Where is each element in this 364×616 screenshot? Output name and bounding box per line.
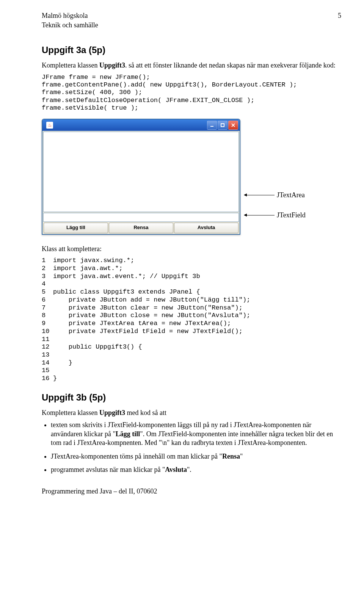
heading-3b: Uppgift 3b (5p) (42, 392, 341, 403)
code-line: 1import javax.swing.*; (42, 257, 341, 265)
intro-3b-suf: med kod så att (125, 409, 166, 416)
add-button[interactable]: Lägg till (44, 223, 108, 233)
intro-3a-suf: . så att ett fönster liknande det nedan … (125, 61, 336, 69)
close-button[interactable] (228, 121, 238, 130)
footer: Programmering med Java – del II, 070602 (42, 487, 341, 496)
code-text: import java.awt.*; (53, 265, 123, 273)
swing-window: ♨ Lägg till Rensa Avsluta (42, 119, 240, 234)
list-item: programmet avslutas när man klickar på "… (51, 465, 341, 474)
line-number: 8 (42, 312, 53, 320)
code-line: 13 (42, 351, 341, 359)
header-institution: Malmö högskola (42, 11, 88, 20)
code-line: 12 public Uppgift3() { (42, 343, 341, 351)
code-text: public class Uppgift3 extends JPanel { (53, 288, 200, 296)
java-icon: ♨ (46, 122, 53, 129)
line-number: 13 (42, 351, 53, 359)
titlebar: ♨ (42, 119, 240, 131)
figure-swing-window: ♨ Lägg till Rensa Avsluta JTextArea JTex… (42, 119, 341, 234)
code-text: private JButton close = new JButton("Avs… (53, 312, 250, 320)
code-text: private JButton clear = new JButton("Ren… (53, 304, 243, 312)
line-number: 5 (42, 288, 53, 296)
code-line: 15 (42, 367, 341, 375)
line-number: 9 (42, 320, 53, 328)
code-line: 9 private JTextArea tArea = new JTextAre… (42, 320, 341, 328)
line-number: 15 (42, 367, 53, 375)
line-number: 4 (42, 280, 53, 288)
svg-rect-1 (221, 124, 224, 127)
line-number: 12 (42, 343, 53, 351)
code-text: private JTextArea tArea = new JTextArea(… (53, 320, 231, 328)
arrow-icon (244, 195, 275, 195)
code-line: 14 } (42, 359, 341, 367)
line-number: 14 (42, 359, 53, 367)
code-text: } (53, 375, 57, 383)
listing-caption: Klass att komplettera: (42, 245, 341, 253)
code-snippet-3a: JFrame frame = new JFrame(); frame.getCo… (42, 74, 341, 112)
intro-3b: Komplettera klassen Uppgift3 med kod så … (42, 409, 341, 417)
intro-3a-bold: Uppgift3 (99, 61, 125, 69)
code-line: 5public class Uppgift3 extends JPanel { (42, 288, 341, 296)
heading-3a: Uppgift 3a (5p) (42, 44, 341, 56)
annotation-textfield: JTextField (277, 211, 306, 220)
line-number: 7 (42, 304, 53, 312)
line-number: 16 (42, 375, 53, 383)
code-line: 8 private JButton close = new JButton("A… (42, 312, 341, 320)
code-line: 4 (42, 280, 341, 288)
maximize-button[interactable] (218, 121, 228, 130)
code-text: private JTextField tField = new JTextFie… (53, 328, 243, 336)
intro-3b-bold: Uppgift3 (99, 409, 125, 416)
code-line: 7 private JButton clear = new JButton("R… (42, 304, 341, 312)
svg-rect-0 (210, 126, 213, 127)
code-line: 3import java.awt.event.*; // Uppgift 3b (42, 273, 341, 281)
jtextarea[interactable] (43, 132, 239, 212)
clear-button[interactable]: Rensa (109, 223, 173, 233)
page-number: 5 (338, 11, 341, 20)
intro-3a: Komplettera klassen Uppgift3. så att ett… (42, 61, 341, 70)
code-text: } (53, 359, 72, 367)
code-line: 16} (42, 375, 341, 383)
bullet-list-3b: texten som skrivits i JTextField-kompone… (42, 421, 341, 474)
list-item: JTextArea-komponenten töms på innehåll o… (51, 452, 341, 461)
line-number: 10 (42, 328, 53, 336)
header-subline: Teknik och samhälle (42, 21, 341, 30)
line-number: 3 (42, 273, 53, 281)
arrow-icon (244, 215, 275, 215)
code-text: import java.awt.event.*; // Uppgift 3b (53, 273, 200, 281)
code-line: 10 private JTextField tField = new JText… (42, 328, 341, 336)
annotation-textarea: JTextArea (277, 191, 305, 200)
jtextfield[interactable] (43, 213, 239, 222)
list-item: texten som skrivits i JTextField-kompone… (51, 421, 341, 447)
line-number: 2 (42, 265, 53, 273)
code-line: 11 (42, 336, 341, 344)
code-line: 2import java.awt.*; (42, 265, 341, 273)
minimize-button[interactable] (207, 121, 217, 130)
code-listing: 1import javax.swing.*;2import java.awt.*… (42, 257, 341, 383)
intro-3a-pre: Komplettera klassen (42, 61, 99, 69)
code-line: 6 private JButton add = new JButton("Läg… (42, 296, 341, 304)
line-number: 1 (42, 257, 53, 265)
code-text: import javax.swing.*; (53, 257, 134, 265)
line-number: 6 (42, 296, 53, 304)
code-text: private JButton add = new JButton("Lägg … (53, 296, 250, 304)
intro-3b-pre: Komplettera klassen (42, 409, 99, 416)
line-number: 11 (42, 336, 53, 344)
button-row: Lägg till Rensa Avsluta (43, 223, 239, 233)
exit-button[interactable]: Avsluta (174, 223, 238, 233)
code-text: public Uppgift3() { (53, 343, 142, 351)
